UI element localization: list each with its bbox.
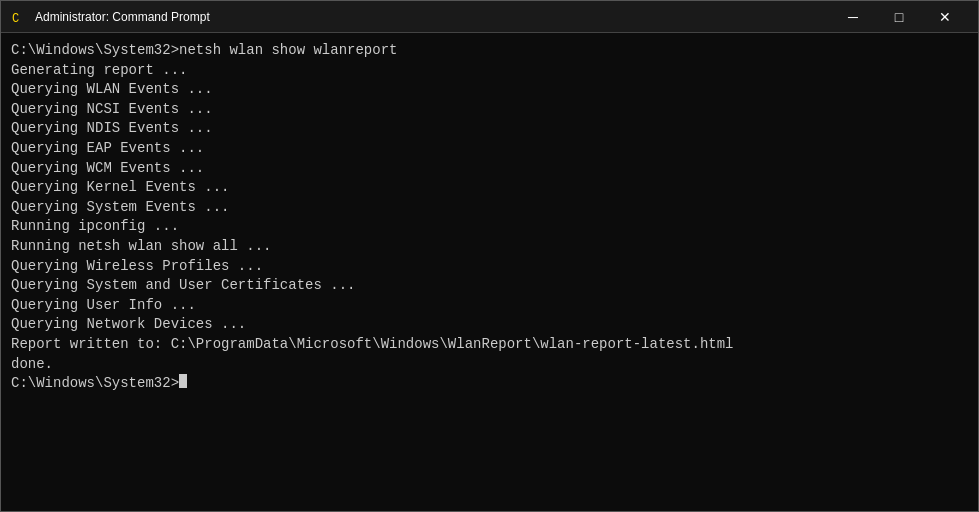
terminal-line: Querying NCSI Events ... bbox=[11, 100, 968, 120]
window-controls: ─ □ ✕ bbox=[830, 1, 968, 33]
terminal[interactable]: C:\Windows\System32>netsh wlan show wlan… bbox=[1, 33, 978, 511]
terminal-output: C:\Windows\System32>netsh wlan show wlan… bbox=[11, 41, 968, 394]
terminal-line: C:\Windows\System32>netsh wlan show wlan… bbox=[11, 41, 968, 61]
close-button[interactable]: ✕ bbox=[922, 1, 968, 33]
svg-text:C: C bbox=[12, 12, 19, 25]
window-title: Administrator: Command Prompt bbox=[35, 10, 830, 24]
terminal-line: Querying EAP Events ... bbox=[11, 139, 968, 159]
terminal-line: Querying Wireless Profiles ... bbox=[11, 257, 968, 277]
terminal-line: Querying NDIS Events ... bbox=[11, 119, 968, 139]
terminal-line: Running netsh wlan show all ... bbox=[11, 237, 968, 257]
terminal-line: Querying WLAN Events ... bbox=[11, 80, 968, 100]
title-bar: C Administrator: Command Prompt ─ □ ✕ bbox=[1, 1, 978, 33]
terminal-line: Running ipconfig ... bbox=[11, 217, 968, 237]
cursor bbox=[179, 374, 187, 388]
cmd-icon: C bbox=[11, 9, 27, 25]
terminal-line: Querying WCM Events ... bbox=[11, 159, 968, 179]
terminal-line: Generating report ... bbox=[11, 61, 968, 81]
window: C Administrator: Command Prompt ─ □ ✕ C:… bbox=[0, 0, 979, 512]
maximize-button[interactable]: □ bbox=[876, 1, 922, 33]
terminal-line: Querying User Info ... bbox=[11, 296, 968, 316]
terminal-line: Report written to: C:\ProgramData\Micros… bbox=[11, 335, 968, 355]
minimize-button[interactable]: ─ bbox=[830, 1, 876, 33]
terminal-line: Querying System and User Certificates ..… bbox=[11, 276, 968, 296]
terminal-line: Querying System Events ... bbox=[11, 198, 968, 218]
terminal-line: done. bbox=[11, 355, 968, 375]
terminal-prompt-line: C:\Windows\System32> bbox=[11, 374, 968, 394]
terminal-line: Querying Kernel Events ... bbox=[11, 178, 968, 198]
terminal-line: Querying Network Devices ... bbox=[11, 315, 968, 335]
